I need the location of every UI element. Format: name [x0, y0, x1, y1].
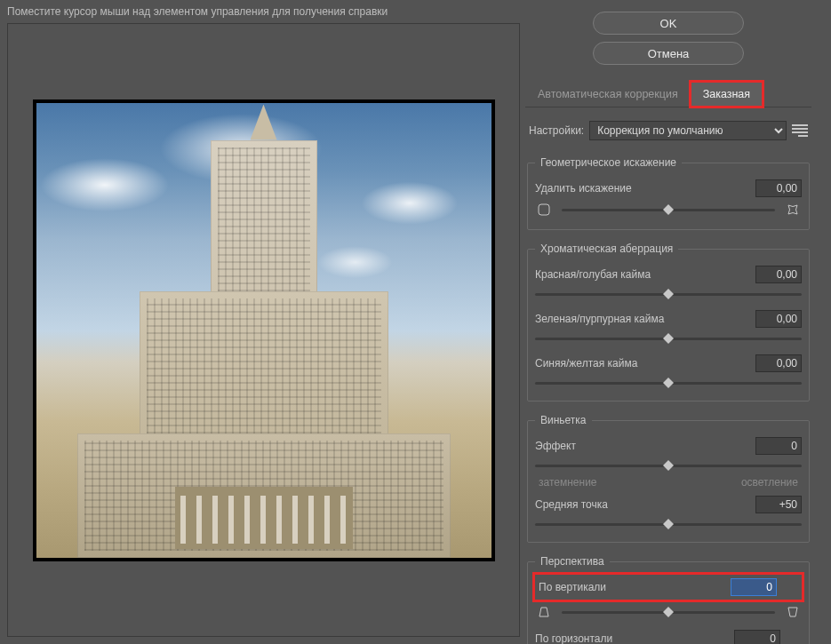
group-vignette: Виньетка Эффект затемнение осветление Ср…	[527, 414, 810, 543]
barrel-icon	[535, 201, 553, 219]
vignette-midpoint-input[interactable]	[755, 496, 802, 513]
settings-preset-select[interactable]: Коррекция по умолчанию	[589, 121, 787, 140]
vertical-perspective-highlight: По вертикали	[535, 575, 802, 600]
pincushion-icon	[784, 201, 802, 219]
svg-rect-0	[539, 204, 549, 215]
red-cyan-label: Красная/голубая кайма	[535, 268, 747, 281]
perspective-top-narrow-icon	[535, 603, 553, 621]
vignette-amount-label: Эффект	[535, 440, 747, 452]
vertical-perspective-input[interactable]	[731, 578, 777, 596]
tabs: Автоматическая коррекция Заказная	[525, 82, 811, 107]
green-magenta-input[interactable]	[755, 310, 802, 328]
vignette-amount-slider[interactable]	[535, 458, 802, 473]
remove-distortion-label: Удалить искажение	[535, 182, 747, 195]
ok-button[interactable]: OK	[593, 12, 744, 35]
group-geometric-distortion: Геометрическое искажение Удалить искажен…	[527, 156, 810, 230]
blue-yellow-label: Синяя/желтая кайма	[535, 357, 747, 370]
settings-row: Настройки: Коррекция по умолчанию	[525, 113, 811, 144]
settings-label: Настройки:	[529, 124, 584, 137]
green-magenta-slider[interactable]	[535, 331, 802, 346]
tab-auto-correction[interactable]: Автоматическая коррекция	[525, 82, 691, 107]
vignette-amount-input[interactable]	[755, 437, 802, 455]
horizontal-perspective-label: По горизонтали	[535, 632, 725, 644]
group-title: Геометрическое искажение	[535, 156, 682, 169]
red-cyan-input[interactable]	[755, 266, 802, 283]
blue-yellow-input[interactable]	[755, 354, 802, 372]
group-perspective: Перспектива По вертикали По горизонтал	[527, 555, 810, 644]
dialog-buttons: OK Отмена	[525, 5, 811, 68]
group-chromatic-aberration: Хроматическая аберрация Красная/голубая …	[527, 242, 810, 402]
vignette-darken-label: затемнение	[539, 476, 597, 489]
vignette-lighten-label: осветление	[741, 476, 798, 489]
vignette-midpoint-label: Средняя точка	[535, 498, 747, 511]
tab-custom[interactable]: Заказная	[691, 82, 763, 107]
perspective-bottom-narrow-icon	[784, 603, 802, 621]
preview-pane: Поместите курсор мыши над элементом упра…	[0, 0, 520, 644]
group-title: Виньетка	[535, 414, 592, 426]
remove-distortion-input[interactable]	[755, 179, 802, 197]
controls-pane: OK Отмена Автоматическая коррекция Заказ…	[520, 0, 831, 644]
group-title: Перспектива	[535, 555, 610, 568]
hover-hint: Поместите курсор мыши над элементом упра…	[7, 4, 520, 23]
cancel-button[interactable]: Отмена	[593, 42, 744, 65]
blue-yellow-slider[interactable]	[535, 376, 802, 390]
vertical-perspective-slider[interactable]	[562, 605, 775, 619]
green-magenta-label: Зеленая/пурпурная кайма	[535, 313, 747, 325]
horizontal-perspective-input[interactable]	[734, 630, 780, 644]
remove-distortion-slider[interactable]	[562, 203, 775, 217]
flyout-menu-icon[interactable]	[792, 124, 808, 137]
vertical-perspective-label: По вертикали	[539, 581, 722, 593]
red-cyan-slider[interactable]	[535, 287, 802, 301]
lens-correction-dialog: Поместите курсор мыши над элементом упра…	[0, 0, 831, 644]
preview-frame	[7, 23, 520, 637]
group-title: Хроматическая аберрация	[535, 242, 678, 255]
preview-image[interactable]	[33, 99, 495, 561]
vignette-midpoint-slider[interactable]	[535, 517, 802, 531]
